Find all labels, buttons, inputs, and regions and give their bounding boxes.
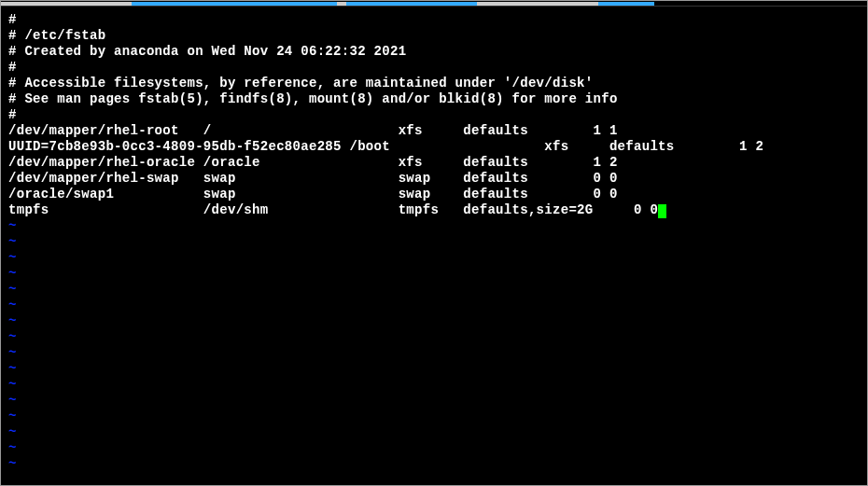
vim-empty-line: ~ [8,377,860,393]
tilde-char: ~ [8,234,17,249]
title-bar-segment [337,2,346,6]
tilde-char: ~ [8,313,17,328]
tilde-char: ~ [8,361,17,376]
tilde-char: ~ [8,377,17,392]
line-text: /dev/mapper/rhel-swap swap swap defaults… [8,171,618,186]
line-text: # See man pages fstab(5), findfs(8), mou… [8,91,618,106]
line-text: # Created by anaconda on Wed Nov 24 06:2… [8,44,406,59]
file-line: /dev/mapper/rhel-oracle /oracle xfs defa… [8,155,860,171]
vim-empty-line: ~ [8,424,860,440]
vim-empty-line: ~ [8,329,860,345]
vim-empty-line: ~ [8,409,860,424]
title-bar-segment [477,2,598,6]
vim-empty-line: ~ [8,440,860,456]
file-line: /dev/mapper/rhel-swap swap swap defaults… [8,171,860,187]
file-line: # [8,12,860,28]
line-text: # [8,12,17,27]
line-text: tmpfs /dev/shm tmpfs defaults,size=2G 0 … [8,202,658,217]
tilde-char: ~ [8,345,17,360]
tilde-char: ~ [8,218,17,233]
line-text: # [8,60,17,75]
terminal-window: ## /etc/fstab# Created by anaconda on We… [0,0,868,486]
tilde-char: ~ [8,298,17,312]
title-bar-segment [132,2,337,6]
file-line: tmpfs /dev/shm tmpfs defaults,size=2G 0 … [8,202,860,218]
file-line: /dev/mapper/rhel-root / xfs defaults 1 1 [8,123,860,139]
vim-empty-line: ~ [8,234,860,250]
file-line: # [8,60,860,76]
vim-empty-line: ~ [8,298,860,313]
tilde-char: ~ [8,409,17,424]
tilde-char: ~ [8,266,17,281]
tilde-char: ~ [8,329,17,344]
terminal-content[interactable]: ## /etc/fstab# Created by anaconda on We… [1,7,867,478]
line-text: /dev/mapper/rhel-oracle /oracle xfs defa… [8,155,618,170]
vim-empty-line: ~ [8,218,860,234]
line-text: # Accessible filesystems, by reference, … [8,76,594,90]
tilde-char: ~ [8,456,17,471]
tilde-char: ~ [8,250,17,265]
tilde-char: ~ [8,282,17,297]
line-text: # [8,107,17,122]
tilde-char: ~ [8,393,17,408]
file-line: # See man pages fstab(5), findfs(8), mou… [8,91,860,107]
file-line: /oracle/swap1 swap swap defaults 0 0 [8,187,860,202]
file-line: # Accessible filesystems, by reference, … [8,76,860,91]
tilde-char: ~ [8,440,17,455]
line-text: /oracle/swap1 swap swap defaults 0 0 [8,187,618,201]
vim-empty-line: ~ [8,282,860,298]
vim-empty-line: ~ [8,361,860,377]
vim-empty-line: ~ [8,313,860,329]
line-text: UUID=7cb8e93b-0cc3-4809-95db-f52ec80ae28… [8,139,763,154]
vim-empty-line: ~ [8,345,860,361]
vim-empty-line: ~ [8,393,860,409]
vim-empty-line: ~ [8,456,860,472]
title-bar-segment [346,2,477,6]
line-text: # /etc/fstab [8,28,105,43]
file-line: # /etc/fstab [8,28,860,44]
cursor [658,204,666,218]
vim-empty-line: ~ [8,250,860,266]
title-bar-segment [1,2,132,6]
file-line: UUID=7cb8e93b-0cc3-4809-95db-f52ec80ae28… [8,139,860,155]
file-line: # [8,107,860,123]
file-line: # Created by anaconda on Wed Nov 24 06:2… [8,44,860,60]
title-bar-segment [598,2,654,6]
line-text: /dev/mapper/rhel-root / xfs defaults 1 1 [8,123,618,138]
vim-empty-line: ~ [8,266,860,282]
tilde-char: ~ [8,424,17,439]
